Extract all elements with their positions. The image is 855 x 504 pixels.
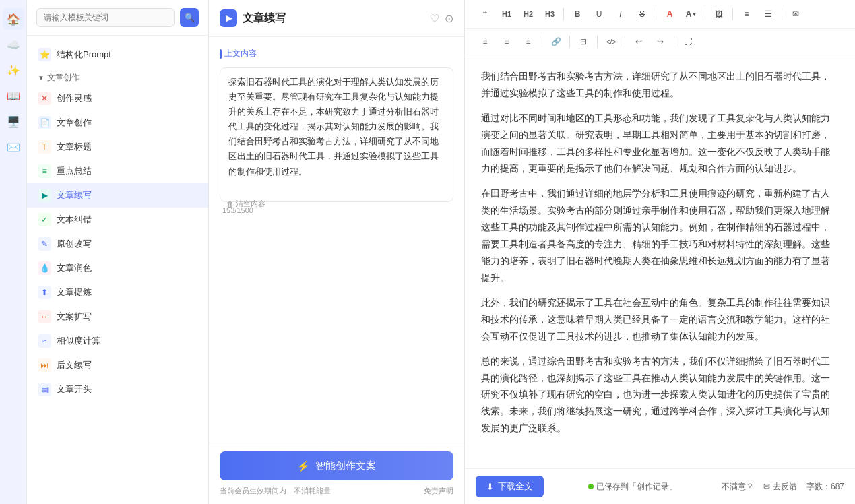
toolbar-sep1 xyxy=(563,8,564,20)
section-label: 文章创作 xyxy=(47,72,80,84)
sidebar-item-rewrite[interactable]: ✎ 原创改写 xyxy=(27,232,208,256)
sidebar-item-polish[interactable]: 💧 文章润色 xyxy=(27,256,208,280)
toolbar-strikethrough[interactable]: S xyxy=(633,5,652,23)
sidebar-item-similarity[interactable]: ≈ 相似度计算 xyxy=(27,329,208,353)
cloud-icon[interactable]: ☁️ xyxy=(3,34,24,55)
toolbar-align-center[interactable]: ≡ xyxy=(497,33,516,51)
middle-content: 上文内容 探索旧石器时代工具的演化对于理解人类认知发展的历史至关重要。尽管现有研… xyxy=(209,37,464,443)
generate-icon: ⚡ xyxy=(297,460,310,472)
nav-item-label: 文章提炼 xyxy=(57,286,92,298)
favorite-icon[interactable]: ♡ xyxy=(430,12,439,25)
toolbar-underline[interactable]: U xyxy=(590,5,608,23)
editor-toolbar-row2: ≡ ≡ ≡ 🔗 ⊟ </> ↩ ↪ ⛶ xyxy=(465,29,855,55)
sidebar-item-backend[interactable]: ⏭ 后文续写 xyxy=(27,353,208,377)
save-dot xyxy=(588,484,594,489)
toolbar-fullscreen[interactable]: ⛶ xyxy=(678,33,697,51)
dissatisfied-text: 不满意？ xyxy=(722,481,754,493)
editor-toolbar-row1: “ H1 H2 H3 B U I S A A▼ 🖼 ≡ ☰ ✉ xyxy=(465,0,855,29)
input-section-label: 上文内容 xyxy=(220,48,453,59)
star-icon[interactable]: ✨ xyxy=(3,59,24,81)
toolbar-sep2 xyxy=(656,8,656,20)
toolbar-ul[interactable]: ≡ xyxy=(737,5,756,23)
nav-item-label: 原创改写 xyxy=(57,238,92,250)
toolbar-sep6 xyxy=(542,36,542,48)
toolbar-h3[interactable]: H3 xyxy=(540,5,559,23)
feedback-label: 去反馈 xyxy=(773,481,797,493)
editor-content[interactable]: 我们结合田野考古和实验考古方法，详细研究了从不同地区出土的旧石器时代工具，并通过… xyxy=(465,55,855,468)
toolbar-quote[interactable]: “ xyxy=(476,5,495,23)
toolbar-link[interactable]: 🔗 xyxy=(546,33,565,51)
panel-title-text: 文章续写 xyxy=(243,11,286,26)
input-area[interactable]: 探索旧石器时代工具的演化对于理解人类认知发展的历史至关重要。尽管现有研究在工具复… xyxy=(220,67,453,202)
editor-paragraph-2: 通过对比不同时间和地区的工具形态和功能，我们发现了工具复杂化与人类认知能力演变之… xyxy=(481,111,839,178)
more-icon[interactable]: ⊙ xyxy=(445,12,453,25)
nav-sidebar: 🔍 ⭐ 结构化Prompt ▼ 文章创作 ✕ 创作灵感 📄 文章创作 xyxy=(27,0,209,504)
disclaimer[interactable]: 免责声明 xyxy=(424,486,453,496)
title-icon: ▶ xyxy=(220,9,237,27)
toolbar-mail[interactable]: ✉ xyxy=(786,5,805,23)
toolbar-h2[interactable]: H2 xyxy=(519,5,538,23)
editor-paragraph-5: 总的来说，通过综合田野考古和实验考古的方法，我们不仅详细描绘了旧石器时代工具的演… xyxy=(481,354,839,438)
toolbar-undo[interactable]: ↩ xyxy=(629,33,648,51)
section-arrow: ▼ xyxy=(38,74,44,82)
toolbar-align-left[interactable]: ≡ xyxy=(476,33,495,51)
toolbar-code[interactable]: </> xyxy=(602,33,621,51)
word-count: 字数：687 xyxy=(806,481,844,493)
toolbar-sep3 xyxy=(705,8,705,20)
toolbar-align-right[interactable]: ≡ xyxy=(519,33,538,51)
toolbar-sep9 xyxy=(625,36,625,48)
toolbar-redo[interactable]: ↪ xyxy=(651,33,670,51)
toolbar-font-color[interactable]: A xyxy=(660,5,679,23)
toolbar-h1[interactable]: H1 xyxy=(497,5,516,23)
energy-info: 当前会员生效期间内，不消耗能量 xyxy=(220,486,331,496)
toolbar-ol[interactable]: ☰ xyxy=(759,5,778,23)
middle-footer: ⚡ 智能创作文案 当前会员生效期间内，不消耗能量 免责声明 xyxy=(209,443,464,504)
nav-item-label: 文章润色 xyxy=(57,262,92,274)
sidebar-item-article[interactable]: 📄 文章创作 xyxy=(27,111,208,135)
icon-sidebar: 🏠 ☁️ ✨ 📖 🖥️ ✉️ xyxy=(0,0,27,504)
monitor-icon[interactable]: 🖥️ xyxy=(3,111,24,132)
feedback-icon: ✉ xyxy=(763,482,770,491)
generate-button[interactable]: ⚡ 智能创作文案 xyxy=(220,451,453,480)
toolbar-image[interactable]: 🖼 xyxy=(709,5,728,23)
toolbar-italic[interactable]: I xyxy=(611,5,630,23)
editor-footer: ⬇ 下载全文 已保存到「创作记录」 不满意？ ✉ 去反馈 字数：687 xyxy=(465,468,855,504)
toolbar-table[interactable]: ⊟ xyxy=(574,33,593,51)
clear-label: 清空内容 xyxy=(236,199,265,209)
toolbar-sep10 xyxy=(674,36,674,48)
nav-item-label: 重点总结 xyxy=(57,165,92,177)
home-icon[interactable]: 🏠 xyxy=(3,8,24,30)
sidebar-item-opening[interactable]: ▤ 文章开头 xyxy=(27,377,208,402)
clear-button[interactable]: 🗑 清空内容 xyxy=(226,199,265,209)
header-actions: ♡ ⊙ xyxy=(430,12,453,25)
editor-paragraph-3: 在田野考古中，我们通过详细的地层学分析和工具使用痕迹的研究，重新构建了古人类的生… xyxy=(481,186,839,287)
sidebar-item-continuation[interactable]: ▶ 文章续写 xyxy=(27,183,208,208)
sidebar-item-summary[interactable]: ≡ 重点总结 xyxy=(27,159,208,183)
sidebar-item-refine[interactable]: ⬆ 文章提炼 xyxy=(27,280,208,305)
nav-item-label: 文章续写 xyxy=(57,189,92,201)
sidebar-item-title[interactable]: T 文章标题 xyxy=(27,135,208,159)
mail-icon[interactable]: ✉️ xyxy=(3,136,24,158)
download-button[interactable]: ⬇ 下载全文 xyxy=(476,476,544,497)
feedback-button[interactable]: ✉ 去反馈 xyxy=(763,481,797,493)
sidebar-item-expand[interactable]: ↔ 文案扩写 xyxy=(27,305,208,329)
toolbar-bold[interactable]: B xyxy=(568,5,587,23)
book-icon[interactable]: 📖 xyxy=(3,85,24,106)
toolbar-highlight[interactable]: A▼ xyxy=(682,5,701,23)
nav-item-label: 创作灵感 xyxy=(57,92,92,104)
nav-item-label: 文章标题 xyxy=(57,141,92,153)
panel-title: ▶ 文章续写 xyxy=(220,9,286,27)
sidebar-item-correction[interactable]: ✓ 文本纠错 xyxy=(27,208,208,232)
input-text: 探索旧石器时代工具的演化对于理解人类认知发展的历史至关重要。尽管现有研究在工具复… xyxy=(228,77,439,177)
sidebar-nav: ⭐ 结构化Prompt ▼ 文章创作 ✕ 创作灵感 📄 文章创作 T 文章标题 xyxy=(27,36,208,504)
nav-item-label: 文本纠错 xyxy=(57,214,92,226)
toolbar-sep8 xyxy=(597,36,598,48)
sidebar-section-article[interactable]: ▼ 文章创作 xyxy=(27,67,208,86)
search-bar: 🔍 xyxy=(27,0,208,36)
input-label-text: 上文内容 xyxy=(224,48,257,59)
sidebar-item-creative[interactable]: ✕ 创作灵感 xyxy=(27,86,208,111)
sidebar-item-structured[interactable]: ⭐ 结构化Prompt xyxy=(27,42,208,67)
search-input[interactable] xyxy=(36,8,175,27)
search-button[interactable]: 🔍 xyxy=(180,8,199,27)
clear-icon: 🗑 xyxy=(226,200,234,208)
